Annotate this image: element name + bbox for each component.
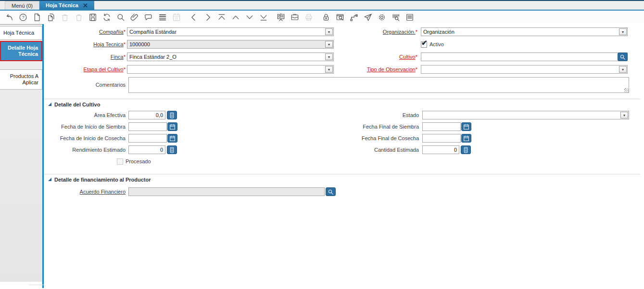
organizacion-input[interactable]: [421, 28, 619, 36]
parent-record-button[interactable]: [230, 12, 240, 22]
first-record-button[interactable]: [216, 12, 227, 22]
calendar-icon: [463, 135, 469, 142]
section-detalle-del-cultivo-title: Detalle del Cultivo: [54, 102, 100, 107]
rendimiento-estimado-calculator-button[interactable]: [167, 145, 177, 154]
estado-input[interactable]: [423, 111, 620, 119]
compania-label[interactable]: Compañía*: [44, 29, 127, 35]
area-efectiva-calculator-button[interactable]: [167, 111, 177, 119]
detail-record-button[interactable]: [244, 12, 254, 22]
acuerdo-financiero-label[interactable]: Acuerdo Financiero: [44, 189, 127, 195]
fecha-inicio-siembra-input[interactable]: [128, 122, 167, 131]
dropdown-button[interactable]: ▾: [325, 41, 333, 48]
fecha-final-siembra-input[interactable]: [422, 122, 461, 131]
fecha-final-cosecha-calendar-button[interactable]: [461, 134, 471, 143]
previous-record-icon: [189, 13, 199, 22]
fecha-inicio-cosecha-input[interactable]: [128, 134, 167, 143]
hoja-tecnica-label[interactable]: Hoja Tecnica*: [44, 41, 127, 47]
archive-button[interactable]: [290, 12, 300, 22]
activo-label: Activo: [429, 41, 444, 47]
cantidad-estimada-calculator-button[interactable]: [461, 145, 471, 154]
acuerdo-financiero-search-button[interactable]: [326, 187, 336, 196]
attachment-button[interactable]: [129, 12, 139, 22]
tipo-de-observacion-input[interactable]: [421, 66, 619, 73]
report-button[interactable]: [404, 12, 415, 22]
compania-combo: ▾: [127, 27, 334, 36]
dropdown-button[interactable]: ▾: [325, 66, 333, 73]
area-efectiva-label: Área Efectiva: [44, 112, 127, 118]
undo-button[interactable]: [4, 12, 14, 22]
section-financiamiento-title: Detalle de financiamiento al Productor: [54, 177, 151, 183]
procesado-checkbox[interactable]: [117, 158, 123, 165]
row-etapa-tipo: Etapa del Cultivo* ▾ Tipo de Observacion…: [44, 63, 644, 76]
etapa-del-cultivo-input[interactable]: [127, 66, 325, 73]
grid-toggle-button[interactable]: [157, 12, 167, 22]
cultivo-input[interactable]: [421, 53, 618, 61]
fecha-inicio-cosecha-calendar-button[interactable]: [167, 134, 177, 143]
fecha-final-siembra-calendar-button[interactable]: [461, 122, 471, 131]
row-rendimiento-cantidad: Rendimiento Estimado Cantidad Estimada: [44, 144, 644, 156]
rendimiento-estimado-input[interactable]: [128, 145, 165, 154]
dashboard-button[interactable]: [276, 12, 286, 22]
section-detalle-del-cultivo-header[interactable]: Detalle del Cultivo: [44, 99, 640, 109]
fecha-final-cosecha-input[interactable]: [422, 134, 461, 143]
last-record-button[interactable]: [258, 12, 268, 22]
sidebar-tab-detalle-hoja-tecnica[interactable]: Detalle Hoja Técnica: [0, 41, 42, 61]
send-mail-button[interactable]: [363, 12, 373, 22]
activo-checkbox[interactable]: ✔: [421, 41, 427, 48]
finca-label[interactable]: Finca*: [44, 54, 127, 60]
cultivo-search-button[interactable]: [618, 53, 628, 61]
find-button[interactable]: [115, 12, 126, 22]
dropdown-button[interactable]: ▾: [620, 112, 628, 118]
organizacion-label[interactable]: Organización.*: [334, 29, 421, 35]
next-record-button[interactable]: [202, 12, 213, 22]
close-icon[interactable]: ✕: [83, 2, 88, 9]
delete-record-icon: [60, 13, 70, 22]
row-fecha-cosecha: Fecha de Inicio de Cosecha Fecha Final d…: [44, 132, 644, 144]
cantidad-estimada-input[interactable]: [422, 145, 459, 154]
dropdown-button[interactable]: ▾: [325, 53, 333, 60]
help-button[interactable]: [18, 12, 28, 22]
sidebar-tab-hoja-tecnica[interactable]: Hoja Técnica: [0, 26, 42, 40]
tab-menu[interactable]: Menú (0): [5, 1, 39, 10]
dropdown-button[interactable]: ▾: [619, 28, 627, 35]
cultivo-label[interactable]: Cultivo*: [334, 54, 421, 60]
compania-input[interactable]: [127, 28, 325, 36]
finca-input[interactable]: [127, 53, 325, 61]
sidebar-tab-productos-a-aplicar[interactable]: Productos A Aplicar: [0, 69, 42, 90]
estado-combo: ▾: [422, 111, 629, 119]
help-icon: [18, 13, 28, 22]
tipo-de-observacion-label[interactable]: Tipo de Observacion*: [334, 66, 421, 72]
grid-toggle-icon: [158, 13, 167, 22]
chat-icon: [144, 13, 153, 22]
delete-selection-button: [74, 12, 84, 22]
product-info-button[interactable]: [391, 12, 401, 22]
calculator-icon: [463, 147, 469, 153]
chevron-down-icon: ▾: [328, 67, 330, 72]
hoja-tecnica-input[interactable]: [127, 40, 325, 48]
save-button[interactable]: [88, 12, 98, 22]
tab-hoja-tecnica[interactable]: Hoja Técnica ✕: [39, 1, 94, 10]
archive-icon: [290, 13, 300, 22]
comentarios-textarea[interactable]: [128, 77, 629, 93]
copy-record-icon: [46, 13, 56, 22]
estado-label: Estado: [335, 112, 422, 118]
fecha-inicio-siembra-calendar-button[interactable]: [167, 122, 177, 131]
previous-record-button[interactable]: [189, 12, 199, 22]
preference-button[interactable]: [377, 12, 387, 22]
send-mail-icon: [363, 13, 373, 22]
dropdown-button[interactable]: ▾: [325, 28, 333, 35]
chat-button[interactable]: [143, 12, 153, 22]
area-efectiva-input[interactable]: [128, 111, 165, 119]
new-record-button[interactable]: [32, 12, 42, 22]
acuerdo-financiero-input[interactable]: [128, 187, 325, 196]
resize-grip-icon[interactable]: [624, 88, 629, 92]
section-financiamiento-header[interactable]: Detalle de financiamiento al Productor: [44, 174, 640, 184]
dropdown-button[interactable]: ▾: [619, 66, 627, 73]
private-record-lock-button[interactable]: [321, 12, 331, 22]
chevron-down-icon: ▾: [328, 42, 330, 47]
workflow-button[interactable]: [349, 12, 359, 22]
copy-record-button[interactable]: [46, 12, 56, 22]
etapa-del-cultivo-label[interactable]: Etapa del Cultivo*: [44, 66, 127, 72]
refresh-button[interactable]: [101, 12, 112, 22]
zoom-across-button[interactable]: [335, 12, 345, 22]
